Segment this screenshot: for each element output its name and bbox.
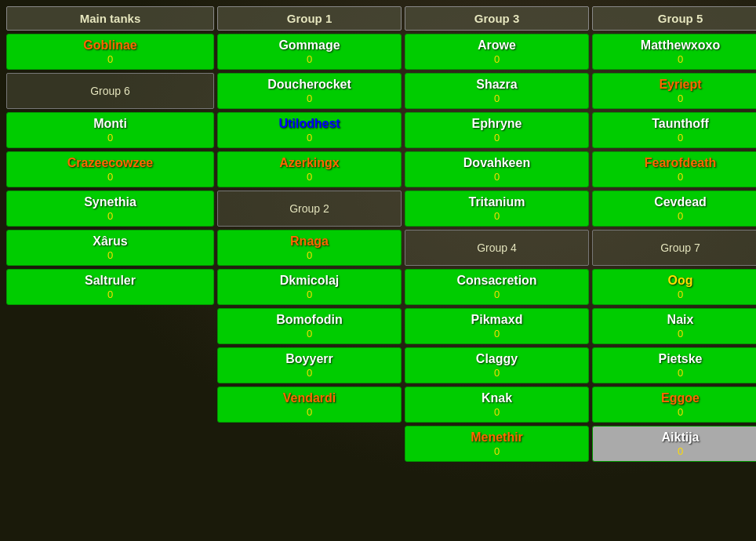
player-cell-3-6: Oog0	[592, 269, 756, 305]
player-cell-3-7: Naix0	[592, 308, 756, 344]
main-grid: Main tanksGroup 1Group 3Group 5Goblinae0…	[0, 0, 756, 471]
player-cell-2-6: Consacretion0	[405, 269, 589, 305]
player-cell-3-8: Pietske0	[592, 347, 756, 383]
player-cell-2-2: Ephryne0	[405, 112, 589, 148]
player-score-0-6: 0	[107, 289, 113, 300]
player-score-2-10: 0	[494, 445, 500, 457]
player-cell-3-0: Matthewxoxo0	[592, 34, 756, 70]
player-cell-2-0: Arowe0	[405, 34, 589, 70]
player-name-0-2: Monti	[93, 117, 127, 131]
player-name-2-7: Pikmaxd	[471, 313, 523, 327]
player-name-0-0: Goblinae	[83, 38, 136, 53]
player-name-3-4: Cevdead	[654, 195, 707, 209]
player-cell-2-3: Dovahkeen0	[405, 151, 589, 187]
player-cell-2-10: Menethir0	[405, 426, 589, 462]
player-cell-2-4: Tritanium0	[405, 191, 589, 227]
empty-cell-0-9	[6, 387, 214, 423]
player-cell-1-2: Utilodhest0	[217, 112, 402, 148]
player-name-2-9: Knak	[482, 391, 512, 405]
player-cell-3-4: Cevdead0	[592, 191, 756, 227]
player-score-3-2: 0	[678, 132, 683, 143]
col-header-0: Main tanks	[6, 6, 214, 31]
player-name-1-0: Gommage	[278, 38, 340, 53]
player-name-2-4: Tritanium	[468, 195, 525, 209]
player-name-0-5: Xârus	[93, 234, 127, 249]
player-name-1-7: Bomofodin	[276, 313, 342, 327]
player-cell-2-8: Claggy0	[405, 347, 589, 383]
player-cell-2-9: Knak0	[405, 387, 589, 423]
group-header-3-5: Group 7	[592, 230, 756, 266]
col-header-2: Group 3	[405, 6, 589, 31]
player-cell-0-4: Synethia0	[6, 191, 214, 227]
player-score-3-10: 0	[678, 445, 683, 457]
player-name-0-3: Crazeecowzee	[67, 156, 153, 170]
player-score-3-8: 0	[678, 367, 683, 379]
player-cell-1-1: Doucherocket0	[217, 73, 402, 109]
group-header-0-1: Group 6	[6, 73, 214, 109]
player-cell-3-1: Eyriept0	[592, 73, 756, 109]
player-name-1-1: Doucherocket	[267, 78, 351, 92]
player-name-3-1: Eyriept	[659, 78, 701, 92]
player-cell-1-3: Azerkingx0	[217, 151, 402, 187]
player-score-1-5: 0	[307, 249, 312, 261]
player-name-1-8: Boyyerr	[285, 352, 333, 366]
col-header-3: Group 5	[592, 6, 756, 31]
player-name-1-5: Rnaga	[290, 234, 329, 249]
player-name-0-6: Saltruler	[85, 274, 136, 288]
player-score-3-7: 0	[678, 328, 683, 339]
player-score-1-3: 0	[307, 171, 312, 183]
player-score-0-0: 0	[107, 53, 113, 65]
player-score-0-2: 0	[107, 132, 113, 143]
player-score-3-6: 0	[678, 289, 683, 300]
player-name-2-10: Menethir	[471, 430, 523, 445]
player-name-3-6: Oog	[668, 274, 693, 288]
player-cell-1-6: Dkmicolaj0	[217, 269, 402, 305]
player-name-3-2: Taunthoff	[652, 117, 709, 131]
player-name-1-3: Azerkingx	[279, 156, 339, 170]
player-score-0-3: 0	[107, 171, 113, 183]
empty-cell-0-10	[6, 426, 214, 462]
player-score-3-4: 0	[678, 210, 683, 222]
player-score-0-5: 0	[107, 249, 113, 261]
player-name-3-7: Naix	[667, 313, 694, 327]
group-header-2-5: Group 4	[405, 230, 589, 266]
player-cell-0-5: Xârus0	[6, 230, 214, 266]
player-score-1-0: 0	[307, 53, 312, 65]
player-score-2-3: 0	[494, 171, 500, 183]
player-score-2-1: 0	[494, 93, 500, 104]
player-cell-3-3: Fearofdeath0	[592, 151, 756, 187]
player-cell-3-10: Aiktija0	[592, 426, 756, 462]
player-name-3-3: Fearofdeath	[645, 156, 717, 170]
player-cell-1-7: Bomofodin0	[217, 308, 402, 344]
player-score-0-4: 0	[107, 210, 113, 222]
player-score-2-2: 0	[494, 132, 500, 143]
player-score-1-8: 0	[307, 367, 312, 379]
player-name-2-3: Dovahkeen	[463, 156, 530, 170]
player-name-0-4: Synethia	[84, 195, 136, 209]
player-score-2-8: 0	[494, 367, 500, 379]
player-name-1-2: Utilodhest	[278, 117, 340, 131]
empty-cell-0-7	[6, 308, 214, 344]
player-score-3-1: 0	[678, 93, 683, 104]
player-name-1-6: Dkmicolaj	[280, 274, 340, 288]
player-score-3-9: 0	[678, 406, 683, 418]
player-cell-1-5: Rnaga0	[217, 230, 402, 266]
player-cell-2-7: Pikmaxd0	[405, 308, 589, 344]
player-cell-0-6: Saltruler0	[6, 269, 214, 305]
player-name-2-1: Shazra	[476, 78, 517, 92]
player-name-3-9: Eggoe	[661, 391, 700, 405]
player-score-2-0: 0	[494, 53, 500, 65]
player-score-1-9: 0	[307, 406, 312, 418]
player-name-3-8: Pietske	[658, 352, 702, 366]
player-cell-1-8: Boyyerr0	[217, 347, 402, 383]
player-cell-1-9: Vendardi0	[217, 387, 402, 423]
empty-cell-0-8	[6, 347, 214, 383]
player-cell-3-2: Taunthoff0	[592, 112, 756, 148]
player-score-2-9: 0	[494, 406, 500, 418]
player-cell-2-1: Shazra0	[405, 73, 589, 109]
player-name-1-9: Vendardi	[283, 391, 336, 405]
player-score-1-7: 0	[307, 328, 312, 339]
player-name-2-8: Claggy	[476, 352, 518, 366]
player-score-3-0: 0	[678, 53, 683, 65]
player-name-2-0: Arowe	[478, 38, 516, 53]
